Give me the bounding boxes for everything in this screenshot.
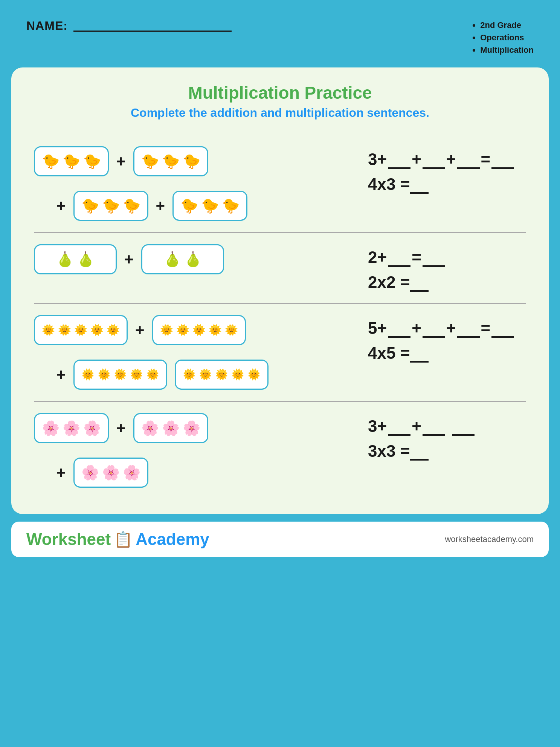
- flower-emoji-8: 🌸: [102, 465, 120, 480]
- main-card: Multiplication Practice Complete the add…: [11, 67, 549, 514]
- problem-2-addition-eq: 2+=: [368, 248, 446, 267]
- plus-op-2: +: [56, 197, 66, 215]
- problem-3-box2: 🌞 🌞 🌞 🌞 🌞: [152, 315, 246, 345]
- chick-emoji-10: 🐤: [180, 199, 198, 213]
- problem-3-box3: 🌞 🌞 🌞 🌞 🌞: [73, 360, 167, 390]
- flower-emoji-6: 🌸: [183, 421, 200, 435]
- footer-icon: 📋: [114, 531, 133, 548]
- plus-op-3: +: [156, 197, 165, 215]
- footer-worksheet-text: Worksheet: [26, 530, 111, 549]
- card-title: Multiplication Practice: [34, 83, 526, 103]
- problem-1-addition-eq: 3+++=: [368, 150, 515, 169]
- footer-url: worksheetacademy.com: [445, 534, 534, 544]
- problem-3-section: 🌞 🌞 🌞 🌞 🌞 + 🌞 🌞 🌞 🌞 🌞: [34, 304, 526, 402]
- plus-op-1: +: [116, 152, 126, 170]
- problem-1-box2: 🐤 🐤 🐤: [133, 146, 208, 176]
- chick-emoji-6: 🐤: [183, 154, 200, 168]
- chick-emoji-12: 🐤: [222, 199, 240, 213]
- problem-4-right: 3++ 3x3 =: [368, 413, 526, 461]
- problem-3-row2: + 🌞 🌞 🌞 🌞 🌞 🌞 🌞 🌞 🌞: [34, 360, 368, 390]
- problem-4-section: 🌸 🌸 🌸 + 🌸 🌸 🌸 +: [34, 402, 526, 499]
- problem-4-box2: 🌸 🌸 🌸: [133, 413, 208, 443]
- problem-1-right: 3+++= 4x3 =: [368, 146, 526, 194]
- problem-3-right: 5+++= 4x5 =: [368, 315, 526, 363]
- problem-4-box1: 🌸 🌸 🌸: [34, 413, 109, 443]
- problem-4-row-wrap: 🌸 🌸 🌸 + 🌸 🌸 🌸 +: [34, 413, 526, 488]
- chick-emoji-4: 🐤: [141, 154, 159, 168]
- flower-emoji-3: 🌸: [83, 421, 101, 435]
- problem-4-addition-eq: 3++: [368, 417, 476, 436]
- problem-2-right: 2+= 2x2 =: [368, 244, 526, 292]
- plus-op-6: +: [56, 366, 66, 384]
- problem-3-addition-eq: 5+++=: [368, 319, 515, 338]
- problem-4-box3: 🌸 🌸 🌸: [73, 458, 148, 488]
- page-wrapper: NAME: 2nd Grade Operations Multiplicatio…: [11, 11, 549, 557]
- pear-emoji-4: 🍐: [184, 252, 202, 266]
- problem-1-row2: + 🐤 🐤 🐤 + 🐤 🐤 🐤: [34, 191, 368, 221]
- problem-4-left: 🌸 🌸 🌸 + 🌸 🌸 🌸 +: [34, 413, 368, 488]
- pear-emoji-2: 🍐: [77, 252, 95, 266]
- footer-brand: Worksheet 📋 Academy: [26, 530, 209, 549]
- flower-emoji-9: 🌸: [123, 465, 140, 480]
- problem-1-box3: 🐤 🐤 🐤: [73, 191, 148, 221]
- problem-3-box4: 🌞 🌞 🌞 🌞 🌞: [175, 360, 269, 390]
- chick-emoji-11: 🐤: [201, 199, 219, 213]
- flower-emoji-1: 🌸: [42, 421, 60, 435]
- name-underline: [73, 20, 232, 32]
- problem-1-row-wrap: 🐤 🐤 🐤 + 🐤 🐤 🐤 +: [34, 146, 526, 221]
- problem-2-box1: 🍐 🍐: [34, 244, 117, 274]
- flower-emoji-7: 🌸: [81, 465, 99, 480]
- problem-3-box1: 🌞 🌞 🌞 🌞 🌞: [34, 315, 128, 345]
- problem-4-mult-eq: 3x3 =: [368, 442, 429, 461]
- flower-emoji-4: 🌸: [141, 421, 159, 435]
- plus-op-8: +: [56, 464, 66, 482]
- plus-op-5: +: [135, 321, 145, 339]
- name-label: NAME:: [26, 19, 68, 33]
- chick-emoji-8: 🐤: [102, 199, 120, 213]
- problem-1-box1: 🐤 🐤 🐤: [34, 146, 109, 176]
- problem-1-left: 🐤 🐤 🐤 + 🐤 🐤 🐤 +: [34, 146, 368, 221]
- header: NAME: 2nd Grade Operations Multiplicatio…: [11, 11, 549, 64]
- problem-3-left: 🌞 🌞 🌞 🌞 🌞 + 🌞 🌞 🌞 🌞 🌞: [34, 315, 368, 390]
- problem-3-mult-eq: 4x5 =: [368, 344, 429, 363]
- flower-emoji-2: 🌸: [63, 421, 80, 435]
- chick-emoji-7: 🐤: [81, 199, 99, 213]
- footer: Worksheet 📋 Academy worksheetacademy.com: [11, 522, 549, 557]
- tag-grade: 2nd Grade: [480, 19, 534, 31]
- tag-operations: Operations: [480, 31, 534, 44]
- footer-academy-text: Academy: [136, 530, 209, 549]
- chick-emoji-9: 🐤: [123, 199, 140, 213]
- problem-1-row1: 🐤 🐤 🐤 + 🐤 🐤 🐤: [34, 146, 368, 176]
- problem-2-row1: 🍐 🍐 + 🍐 🍐: [34, 244, 368, 274]
- chick-emoji-2: 🐤: [63, 154, 80, 168]
- problem-2-section: 🍐 🍐 + 🍐 🍐 2+= 2x2: [34, 233, 526, 304]
- problem-2-left: 🍐 🍐 + 🍐 🍐: [34, 244, 368, 282]
- problem-2-box2: 🍐 🍐: [141, 244, 224, 274]
- problem-4-row1: 🌸 🌸 🌸 + 🌸 🌸 🌸: [34, 413, 368, 443]
- problem-2-mult-eq: 2x2 =: [368, 273, 429, 292]
- problem-1-section: 🐤 🐤 🐤 + 🐤 🐤 🐤 +: [34, 135, 526, 233]
- tag-multiplication: Multiplication: [480, 44, 534, 56]
- plus-op-4: +: [124, 250, 134, 268]
- problem-3-row1: 🌞 🌞 🌞 🌞 🌞 + 🌞 🌞 🌞 🌞 🌞: [34, 315, 368, 345]
- pear-emoji-3: 🍐: [163, 252, 181, 266]
- tags-list: 2nd Grade Operations Multiplication: [473, 19, 534, 56]
- card-subtitle: Complete the addition and multiplication…: [34, 106, 526, 120]
- problem-2-row-wrap: 🍐 🍐 + 🍐 🍐 2+= 2x2: [34, 244, 526, 292]
- chick-emoji-5: 🐤: [162, 154, 180, 168]
- problem-4-row2: + 🌸 🌸 🌸: [34, 458, 368, 488]
- problem-3-row-wrap: 🌞 🌞 🌞 🌞 🌞 + 🌞 🌞 🌞 🌞 🌞: [34, 315, 526, 390]
- flower-emoji-5: 🌸: [162, 421, 180, 435]
- name-line: NAME:: [26, 19, 232, 33]
- chick-emoji-1: 🐤: [42, 154, 60, 168]
- pear-emoji-1: 🍐: [56, 252, 74, 266]
- plus-op-7: +: [116, 419, 126, 437]
- chick-emoji-3: 🐤: [83, 154, 101, 168]
- problem-1-box4: 🐤 🐤 🐤: [172, 191, 247, 221]
- problem-1-mult-eq: 4x3 =: [368, 175, 429, 194]
